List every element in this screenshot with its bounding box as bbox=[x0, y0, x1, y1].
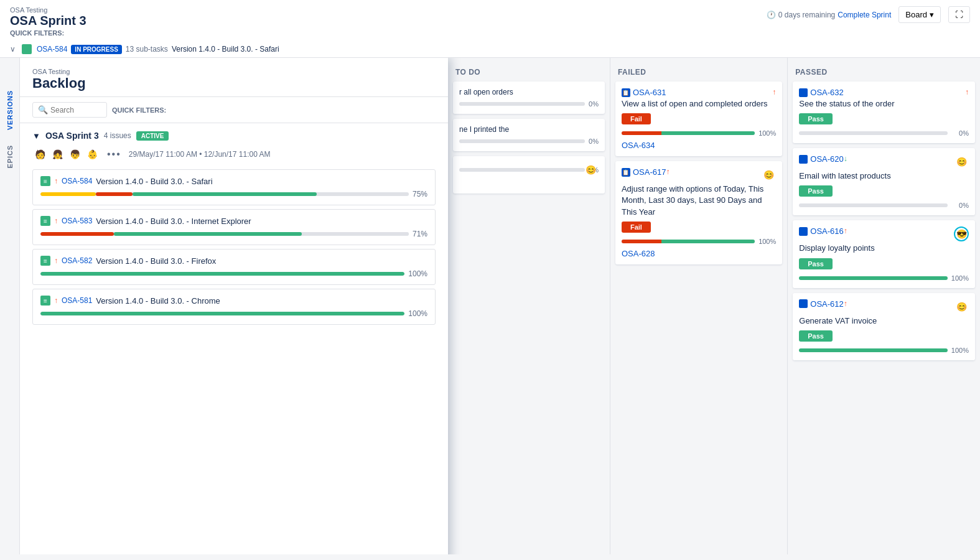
item-0-arrow: ↑ bbox=[54, 177, 58, 185]
passed-card-3-arrow: ↑ bbox=[844, 299, 847, 308]
avatar-4: 👶 bbox=[85, 147, 100, 162]
panel-content: OSA Testing Backlog 🔍 QUICK FILTERS: ▼ O… bbox=[20, 58, 448, 554]
passed-card-2-arrow: ↑ bbox=[844, 226, 847, 235]
sprint-section: ▼ OSA Sprint 3 4 issues ACTIVE 🧑 👧 👦 👶 •… bbox=[20, 123, 448, 336]
epics-tab[interactable]: EPICS bbox=[4, 138, 16, 175]
passed-card-0-type bbox=[799, 88, 808, 97]
avatar-card-3: 😊 bbox=[584, 162, 599, 177]
failed-card-0[interactable]: 📋 OSA-631 ↑ View a list of open and comp… bbox=[615, 82, 782, 156]
backlog-item-2[interactable]: ≡ ↑ OSA-582 Version 1.4.0 - Build 3.0. -… bbox=[32, 249, 436, 285]
panel-header: OSA Testing Backlog bbox=[20, 58, 448, 97]
passed-card-0[interactable]: OSA-632 ↑ See the status of the order Pa… bbox=[793, 82, 975, 143]
search-input[interactable] bbox=[50, 106, 100, 114]
card-type-icon-0: 📋 bbox=[622, 88, 630, 97]
header-left: OSA Testing OSA Sprint 3 bbox=[10, 6, 86, 28]
item-2-title: Version 1.4.0 - Build 3.0. - Firefox bbox=[96, 256, 427, 266]
sub-description: Version 1.4.0 - Build 3.0. - Safari bbox=[172, 45, 279, 54]
item-2-header: ≡ ↑ OSA-582 Version 1.4.0 - Build 3.0. -… bbox=[40, 256, 427, 266]
item-2-id[interactable]: OSA-582 bbox=[62, 256, 92, 265]
story-icon bbox=[22, 44, 32, 54]
passed-card-0-id[interactable]: OSA-632 bbox=[810, 88, 843, 97]
failed-card-0-progress: 100% bbox=[622, 129, 776, 137]
fullscreen-button[interactable]: ⛶ bbox=[948, 6, 970, 23]
quick-filters-bar: QUICK FILTERS: bbox=[0, 28, 980, 41]
expand-icon[interactable]: ∨ bbox=[10, 45, 16, 54]
backlog-panel: VERSIONS EPICS OSA Testing Backlog 🔍 QUI… bbox=[0, 58, 448, 554]
backlog-item-3[interactable]: ≡ ↑ OSA-581 Version 1.4.0 - Build 3.0. -… bbox=[32, 289, 436, 325]
board-button[interactable]: Board ▾ bbox=[898, 6, 941, 23]
sub-issue-id[interactable]: OSA-584 bbox=[37, 45, 67, 54]
item-2-icon: ≡ bbox=[40, 256, 50, 266]
pass-button-3[interactable]: Pass bbox=[799, 330, 833, 342]
failed-card-0-id[interactable]: OSA-631 bbox=[633, 88, 666, 97]
sprint-title: OSA Sprint 3 bbox=[10, 14, 86, 28]
item-2-arrow: ↑ bbox=[54, 256, 58, 265]
search-bar: 🔍 QUICK FILTERS: bbox=[20, 97, 448, 123]
passed-card-1-type bbox=[799, 155, 808, 164]
avatar-2: 👧 bbox=[50, 147, 65, 162]
backlog-item-1[interactable]: ≡ ↑ OSA-583 Version 1.4.0 - Build 3.0. -… bbox=[32, 209, 436, 245]
failed-card-1-progress: 100% bbox=[622, 238, 776, 245]
sprint-section-header: ▼ OSA Sprint 3 4 issues ACTIVE bbox=[32, 131, 436, 141]
partial-card-1[interactable]: r all open orders 0% bbox=[453, 82, 605, 114]
sprint-collapse-icon[interactable]: ▼ bbox=[32, 131, 40, 141]
pass-button-0[interactable]: Pass bbox=[799, 113, 833, 124]
in-progress-badge: IN PROGRESS bbox=[71, 45, 121, 54]
failed-card-1-subid[interactable]: OSA-628 bbox=[622, 249, 655, 258]
passed-card-3-progress: 100% bbox=[799, 347, 969, 354]
item-3-progress: 100% bbox=[40, 309, 427, 318]
versions-tab[interactable]: VERSIONS bbox=[4, 83, 16, 138]
passed-card-1[interactable]: OSA-620 ↓ 😊 Email with latest products P… bbox=[793, 148, 975, 215]
header: OSA Testing OSA Sprint 3 🕐 0 days remain… bbox=[0, 0, 980, 28]
clock-icon: 🕐 bbox=[767, 11, 776, 19]
fail-button-0[interactable]: Fail bbox=[622, 113, 651, 124]
passed-card-2-id[interactable]: OSA-616 bbox=[810, 226, 843, 236]
item-0-percent: 75% bbox=[413, 190, 427, 198]
failed-card-1-id[interactable]: OSA-617 bbox=[633, 167, 666, 177]
passed-card-3-id[interactable]: OSA-612 bbox=[810, 299, 843, 309]
item-3-title: Version 1.4.0 - Build 3.0. - Chrome bbox=[96, 296, 427, 306]
sub-header: ∨ OSA-584 IN PROGRESS 13 sub-tasks Versi… bbox=[0, 41, 980, 58]
avatar-group: 🧑 👧 👦 👶 bbox=[32, 147, 100, 162]
avatar-failed-1: 😊 bbox=[761, 167, 776, 182]
fail-button-1[interactable]: Fail bbox=[622, 222, 651, 233]
avatar-passed-3: 😊 bbox=[954, 299, 969, 314]
passed-card-3-type bbox=[799, 299, 808, 308]
column-passed-header: Passed bbox=[793, 63, 975, 82]
passed-card-2[interactable]: OSA-616 ↑ 😎 Display loyalty points Pass … bbox=[793, 220, 975, 287]
search-icon: 🔍 bbox=[38, 105, 48, 114]
failed-card-1[interactable]: 📋 OSA-617 ↑ 😊 Adjust range with options … bbox=[615, 161, 782, 264]
partial-card-3[interactable]: 😊 0% bbox=[453, 156, 605, 194]
passed-card-3[interactable]: OSA-612 ↑ 😊 Generate VAT invoice Pass 10… bbox=[793, 293, 975, 360]
item-1-progress: 71% bbox=[40, 230, 427, 238]
column-todo-header: To Do bbox=[453, 63, 605, 82]
complete-sprint-link[interactable]: Complete Sprint bbox=[838, 11, 891, 19]
sprint-name: OSA Sprint 3 bbox=[45, 131, 99, 141]
item-3-icon: ≡ bbox=[40, 296, 50, 306]
more-options-button[interactable]: ••• bbox=[107, 149, 121, 160]
item-3-arrow: ↑ bbox=[54, 296, 58, 305]
failed-card-1-percent: 100% bbox=[758, 238, 776, 245]
days-remaining: 🕐 0 days remaining Complete Sprint bbox=[767, 11, 891, 19]
search-box[interactable]: 🔍 bbox=[32, 102, 107, 118]
item-0-title: Version 1.4.0 - Build 3.0. - Safari bbox=[96, 177, 427, 186]
passed-card-1-title: Email with latest products bbox=[799, 170, 969, 182]
active-badge: ACTIVE bbox=[136, 131, 169, 141]
partial-card-2[interactable]: ne I printed the 0% bbox=[453, 119, 605, 151]
passed-card-1-id[interactable]: OSA-620 bbox=[810, 154, 843, 164]
sprint-dates: 29/May/17 11:00 AM • 12/Jun/17 11:00 AM bbox=[129, 150, 271, 159]
pass-button-2[interactable]: Pass bbox=[799, 258, 833, 269]
item-1-id[interactable]: OSA-583 bbox=[62, 217, 92, 225]
pass-button-1[interactable]: Pass bbox=[799, 185, 833, 197]
item-0-id[interactable]: OSA-584 bbox=[62, 177, 92, 185]
header-right: 🕐 0 days remaining Complete Sprint Board… bbox=[767, 6, 970, 23]
item-0-progress: 75% bbox=[40, 190, 427, 198]
passed-card-0-percent: 0% bbox=[951, 129, 969, 137]
failed-card-0-title: View a list of open and completed orders bbox=[622, 98, 776, 110]
side-tabs: VERSIONS EPICS bbox=[0, 58, 20, 554]
backlog-item-0[interactable]: ≡ ↑ OSA-584 Version 1.4.0 - Build 3.0. -… bbox=[32, 169, 436, 205]
failed-card-0-subid[interactable]: OSA-634 bbox=[622, 141, 655, 150]
item-1-header: ≡ ↑ OSA-583 Version 1.4.0 - Build 3.0. -… bbox=[40, 216, 427, 226]
item-3-id[interactable]: OSA-581 bbox=[62, 296, 92, 305]
item-0-icon: ≡ bbox=[40, 176, 50, 186]
